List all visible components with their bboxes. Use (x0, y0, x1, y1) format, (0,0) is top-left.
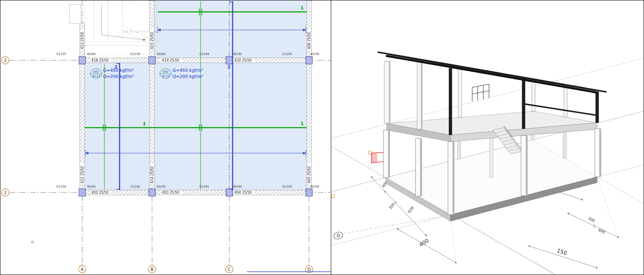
axis-bubble-A-label: A (81, 267, 84, 272)
dim-right-3: 600 (598, 228, 606, 234)
col-S1235-label: S1235 (56, 52, 66, 56)
beam-K20-label: K20 25/50 (235, 59, 252, 62)
slab-D02-id: D02 (163, 70, 169, 73)
col-S1244-size: 40/30 (233, 52, 242, 56)
section1-label-c: 1 (300, 5, 304, 11)
slab-D02-live-load: Q=200 kgf/m² (173, 74, 203, 79)
plan-viewport[interactable]: 10 11 12 13 14 15 (0, 0, 331, 275)
axis-bubble-1-label: 1 (4, 190, 7, 195)
dim-right-4: 150 (556, 248, 568, 257)
column-S1243[interactable] (306, 189, 312, 196)
section2-label-b: 2 (227, 64, 231, 70)
slab-D01-live-load: Q=200 kgf/m² (103, 74, 134, 79)
column-S1241[interactable] (226, 189, 233, 196)
axis-bubble-D-3d[interactable]: D (333, 231, 344, 241)
col-S1245-size: 40/30 (310, 52, 319, 56)
beam-K15-label: K15 25/50 (150, 32, 154, 49)
col-S1241-size: 40/30 (233, 185, 242, 188)
beam-K04-label: K04 25/50 (235, 191, 252, 195)
column-S1245[interactable] (306, 57, 312, 64)
origin-marker (32, 241, 33, 243)
col-S1239-label: S1239 (130, 52, 140, 56)
beam-K19-label: K19 25/50 (162, 59, 179, 62)
slab-D02-thickness: d=12 (162, 75, 169, 78)
beam-K05-label: K05 25/50 (307, 166, 311, 183)
slab-main-region[interactable] (85, 63, 307, 190)
axis-D-3d-line (343, 215, 450, 234)
axis-bubble-B-label: B (151, 267, 154, 272)
beam-K18-label: K18 25/50 (92, 59, 108, 62)
beam-K14-label: K14 25/50 (150, 166, 154, 183)
beam-K06-label: K06 25/50 (307, 32, 311, 49)
column-S1240[interactable] (149, 189, 155, 196)
section1-label-a: 1 (143, 121, 146, 126)
beam-K02-label: K02 25/50 (92, 191, 108, 195)
slab-D01-thickness: d=12 (92, 75, 100, 78)
dim-bottom: 400 (418, 237, 430, 248)
dim-left-2: 355 (388, 202, 396, 210)
col-S1244-label: S1244 (199, 52, 209, 56)
slab-regions[interactable] (85, 0, 307, 190)
steel-roof[interactable] (378, 52, 607, 93)
column-S1235[interactable] (79, 57, 85, 64)
col-S1245-label: S1245 (282, 52, 292, 56)
dim-right-2: 300 (588, 216, 596, 223)
column-S1234[interactable] (79, 189, 85, 196)
column-S1244[interactable] (226, 57, 233, 64)
wall-above-outline (69, 5, 81, 23)
slab-D02-dead-load: G=450 kgf/m² (173, 68, 203, 73)
dim-left-3: 838 (407, 206, 415, 214)
perspective-viewport[interactable]: 400 355 838 400 400 300 600 150 D (331, 0, 644, 275)
col-S1243-size: 40/30 (310, 185, 319, 188)
col-S1241-label: S1241 (199, 185, 209, 188)
beam-K13-label: K13 25/50 (81, 32, 84, 49)
col-S1235-size: 30/40 (87, 52, 96, 56)
col-S1240-label: S1240 (130, 185, 140, 188)
axis-bubble-C-label: C (228, 267, 231, 272)
slab-D01-id: D01 (93, 70, 99, 73)
cad-window: 10 11 12 13 14 15 (0, 0, 644, 275)
col-S1234-label: S1234 (56, 185, 66, 188)
col-S1240-size: 40/30 (157, 185, 166, 188)
section1-label-b: 1 (300, 121, 304, 126)
col-S1239-size: 30/40 (157, 52, 166, 56)
stair-railing (472, 84, 489, 101)
beam-K12-label: K12 25/50 (81, 166, 84, 183)
axis-bubble-2-label: 2 (4, 58, 7, 63)
slab-D01-dead-load: G=450 kgf/m² (103, 68, 134, 73)
col-S1234-size: 30/40 (87, 185, 96, 188)
col-S1243-label: S1243 (282, 185, 292, 188)
roof-joists[interactable] (378, 52, 607, 92)
beam-K03-label: K03 25/50 (162, 191, 179, 195)
axis-marker-dot-2 (331, 195, 335, 198)
axis-bubble-D-3d-label: D (337, 234, 340, 238)
slab-top-region[interactable] (155, 0, 307, 58)
column-S1239[interactable] (149, 57, 155, 64)
axis-bubble-D-label: D (307, 267, 311, 272)
